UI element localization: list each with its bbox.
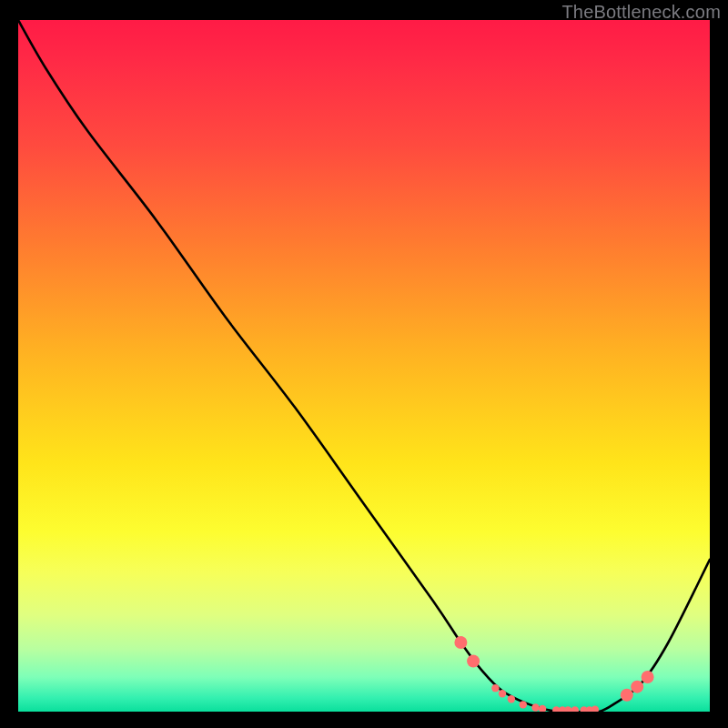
- chart-stage: TheBottleneck.com: [0, 0, 728, 728]
- bottleneck-curve-svg: [18, 20, 710, 712]
- marker-point: [564, 706, 571, 712]
- marker-point: [520, 701, 527, 708]
- highlighted-points: [454, 636, 653, 712]
- marker-point: [642, 671, 654, 683]
- marker-point: [586, 706, 593, 712]
- plot-area: [18, 20, 710, 712]
- bottleneck-curve: [18, 20, 710, 712]
- marker-point: [508, 695, 515, 703]
- marker-point: [621, 689, 633, 702]
- marker-point: [499, 690, 506, 697]
- marker-point: [467, 655, 480, 668]
- marker-point: [454, 636, 467, 649]
- marker-point: [631, 681, 643, 693]
- marker-point: [592, 706, 599, 712]
- marker-point: [580, 706, 587, 712]
- marker-point: [552, 706, 560, 712]
- marker-point: [559, 706, 566, 712]
- marker-point: [491, 684, 499, 692]
- marker-point: [531, 703, 539, 711]
- marker-point: [571, 706, 579, 712]
- marker-point: [539, 705, 546, 712]
